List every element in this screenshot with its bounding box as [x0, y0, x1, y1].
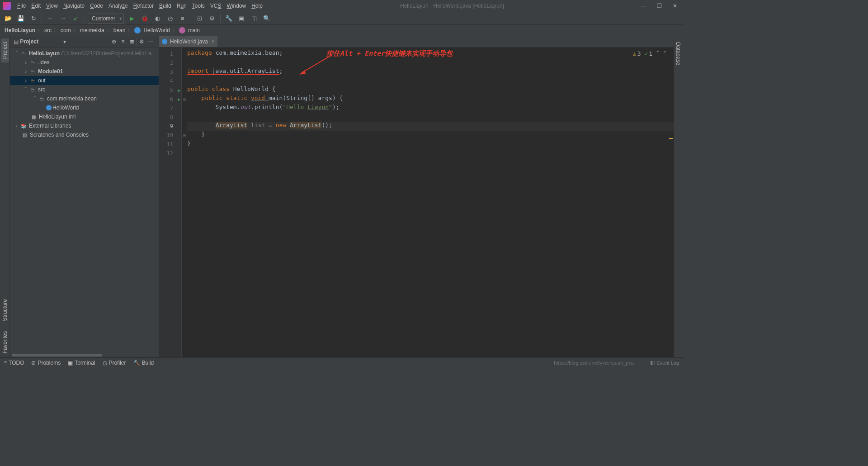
breadcrumb-class[interactable]: HelloWorld [143, 27, 170, 33]
main-toolbar: 📂 💾 ↻ ← → ↙ Customer ▶ 🐞 ◐ ◷ ■ ⊡ ⚙ 🔧 ▣ ◫… [0, 12, 684, 25]
bottom-problems[interactable]: ⊘ Problems [31, 360, 61, 366]
compile-icon[interactable]: ↙ [71, 14, 80, 23]
forward-icon[interactable]: → [58, 14, 67, 23]
refresh-icon[interactable]: ↻ [29, 14, 38, 23]
pass-badge[interactable]: ✓1 [645, 50, 653, 57]
window-title: HelloLiayun - HelloWorld.java [HelloLiay… [265, 3, 639, 9]
back-icon[interactable]: ← [46, 14, 55, 23]
bottom-profiler[interactable]: ◷ Profiler [103, 360, 126, 366]
tree-external-libs[interactable]: ›📚External Libraries [10, 121, 159, 130]
minimize-button[interactable]: — [639, 3, 648, 9]
tree-module01[interactable]: ›🗀Module01 [10, 67, 159, 76]
run-button-icon[interactable]: ▶ [127, 14, 137, 23]
menu-file[interactable]: File [14, 2, 28, 10]
tab-helloworld[interactable]: HelloWorld.java × [159, 36, 217, 47]
line-gutter[interactable]: 1 2 3 4 5▶ 6▶⊟ 7 8 9 10⊟ 11 12 [159, 48, 182, 357]
expand-icon[interactable]: ≡ [118, 38, 127, 45]
project-panel-title: Project [20, 38, 63, 45]
stop-button-icon[interactable]: ■ [178, 14, 187, 23]
close-button[interactable]: ✕ [671, 3, 679, 9]
tree-project-root[interactable]: ˅🗀 HelloLiayun C:\Users\32120\IdeaProjec… [10, 49, 159, 58]
menu-run[interactable]: Run [174, 2, 189, 10]
menu-vcs[interactable]: VCS [208, 2, 224, 10]
event-log-button[interactable]: ◧ Event Log [650, 360, 679, 366]
bottom-build[interactable]: 🔨 Build [133, 360, 154, 366]
breadcrumb-method[interactable]: main [188, 27, 200, 33]
breadcrumb: HelloLiayun 〉 src 〉 com 〉 meimeixia 〉 be… [0, 25, 684, 36]
menu-view[interactable]: View [43, 2, 61, 10]
profile-icon[interactable]: ◷ [165, 14, 175, 23]
debug-button-icon[interactable]: 🐞 [140, 14, 149, 23]
run-config-label: Customer [92, 15, 115, 22]
menu-analyze[interactable]: Analyze [106, 2, 131, 10]
sidebar-tab-favorites[interactable]: Favorites [1, 328, 9, 357]
breadcrumb-bean[interactable]: bean [113, 27, 126, 33]
locate-icon[interactable]: ⊕ [109, 38, 118, 45]
tree-src[interactable]: ˅🗀src [10, 85, 159, 94]
separator-icon [220, 14, 221, 23]
breadcrumb-meimeixia[interactable]: meimeixia [80, 27, 104, 33]
menu-navigate[interactable]: Navigate [61, 2, 87, 10]
left-sidebar: Project Structure Favorites [0, 36, 10, 357]
menu-build[interactable]: Build [156, 2, 174, 10]
tool4-icon[interactable]: ◫ [250, 14, 259, 23]
inspection-widget: ⚠3 ✓1 ˆ ˅ [633, 50, 666, 57]
settings-icon[interactable]: ⚙ [137, 38, 146, 45]
tree-idea[interactable]: ›🗀.idea [10, 58, 159, 67]
warning-badge[interactable]: ⚠3 [633, 50, 641, 57]
tool3-icon[interactable]: ▣ [237, 14, 246, 23]
menu-tools[interactable]: Tools [189, 2, 208, 10]
collapse-icon[interactable]: ≣ [127, 38, 137, 45]
tree-iml[interactable]: ▦HelloLiayun.iml [10, 112, 159, 121]
tree-scratches[interactable]: ▧Scratches and Consoles [10, 130, 159, 139]
open-icon[interactable]: 📂 [4, 14, 13, 23]
bottom-terminal[interactable]: ▣ Terminal [68, 360, 95, 366]
run-gutter-icon[interactable]: ▶ [178, 97, 180, 102]
project-tree: ˅🗀 HelloLiayun C:\Users\32120\IdeaProjec… [10, 48, 159, 357]
main-area: Project Structure Favorites ▤ Project ▾ … [0, 36, 684, 357]
tab-label: HelloWorld.java [170, 38, 208, 45]
dropdown-icon[interactable]: ▾ [63, 38, 66, 45]
sidebar-tab-structure[interactable]: Structure [1, 295, 9, 325]
title-bar: File Edit View Navigate Code Analyze Ref… [0, 0, 684, 12]
separator-icon [191, 14, 191, 23]
run-gutter-icon[interactable]: ▶ [178, 88, 180, 93]
down-icon[interactable]: ˅ [663, 50, 666, 57]
editor-area: HelloWorld.java × 1 2 3 4 5▶ 6▶⊟ 7 8 9 1… [159, 36, 674, 357]
error-stripe [669, 48, 674, 357]
hide-icon[interactable]: — [146, 38, 155, 45]
class-icon [162, 39, 167, 44]
up-icon[interactable]: ˆ [656, 50, 660, 57]
separator-icon [84, 14, 84, 23]
wrench-icon[interactable]: 🔧 [224, 14, 233, 23]
menu-code[interactable]: Code [87, 2, 106, 10]
close-icon[interactable]: × [212, 38, 215, 45]
class-icon [46, 105, 52, 110]
coverage-icon[interactable]: ◐ [153, 14, 162, 23]
bottom-todo[interactable]: ≡ TODO [4, 360, 24, 366]
tree-package[interactable]: ˅🗀com.meimeixia.bean [10, 94, 159, 103]
app-logo-icon [3, 2, 11, 10]
tree-classfile[interactable]: HelloWorld [10, 103, 159, 112]
menu-help[interactable]: Help [249, 2, 265, 10]
folder-icon: ▤ [14, 38, 20, 45]
tree-out[interactable]: ›🗀out [10, 76, 159, 85]
menu-window[interactable]: Window [224, 2, 249, 10]
menu-refactor[interactable]: Refactor [131, 2, 156, 10]
tool1-icon[interactable]: ⊡ [195, 14, 204, 23]
sidebar-tab-project[interactable]: Project [1, 38, 9, 62]
tool2-icon[interactable]: ⚙ [208, 14, 217, 23]
breadcrumb-src[interactable]: src [44, 27, 52, 33]
editor-tabs: HelloWorld.java × [159, 36, 674, 48]
maximize-button[interactable]: ❐ [655, 3, 664, 9]
code-area[interactable]: ⚠3 ✓1 ˆ ˅ 按住Alt + Enter快捷键来实现手动导包 packag… [182, 48, 674, 357]
menu-edit[interactable]: Edit [28, 2, 43, 10]
breadcrumb-com[interactable]: com [61, 27, 71, 33]
window-controls: — ❐ ✕ [639, 3, 679, 9]
search-icon[interactable]: 🔍 [262, 14, 271, 23]
sidebar-tab-database[interactable]: Database [674, 38, 682, 69]
horizontal-scrollbar[interactable] [10, 353, 159, 357]
breadcrumb-project[interactable]: HelloLiayun [5, 27, 35, 33]
run-config-dropdown[interactable]: Customer [88, 14, 124, 24]
save-icon[interactable]: 💾 [16, 14, 25, 23]
